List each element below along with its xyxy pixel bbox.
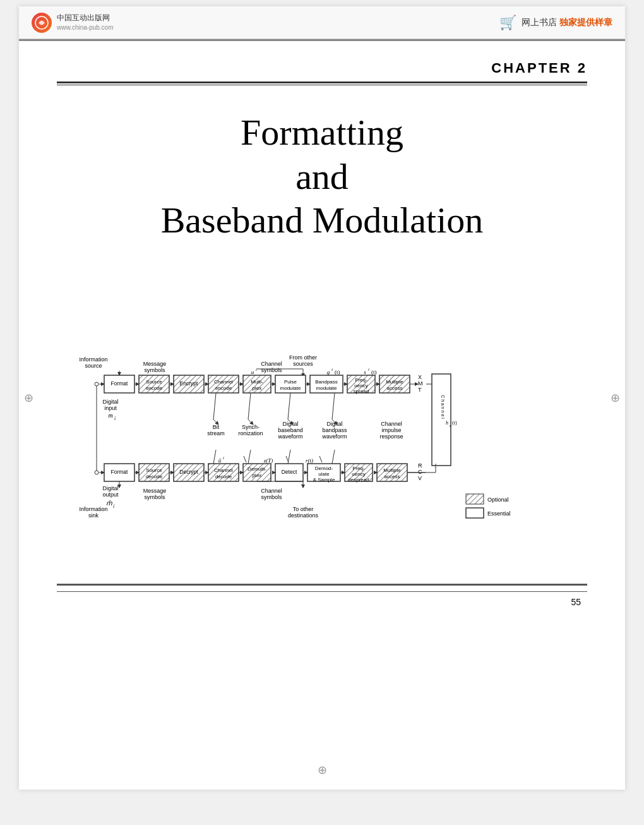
svg-text:i: i xyxy=(223,455,224,461)
zt-label: z(T) xyxy=(263,457,273,464)
svg-text:ronization: ronization xyxy=(238,430,263,437)
x-label: X xyxy=(418,374,422,380)
svg-text:i: i xyxy=(113,503,114,509)
svg-text:Demulti-: Demulti- xyxy=(247,466,266,472)
svg-text:Freq-: Freq- xyxy=(352,466,364,471)
logo-line1: 中国互动出版网 xyxy=(57,13,113,23)
svg-line-97 xyxy=(319,456,322,462)
digital-output-label: Digital xyxy=(102,485,118,491)
svg-text:i: i xyxy=(331,367,333,372)
svg-text:Pulse: Pulse xyxy=(284,379,297,385)
svg-text:sink: sink xyxy=(88,512,99,519)
right-prefix: 网上书店 xyxy=(522,17,559,27)
diagram-container: Information source From other sources Me… xyxy=(57,268,587,571)
essential-label: Essential xyxy=(487,510,511,517)
svg-text:symbols: symbols xyxy=(261,367,282,373)
r-label: R xyxy=(418,462,422,469)
svg-text:Multiple: Multiple xyxy=(383,467,401,473)
svg-text:(t): (t) xyxy=(452,420,457,426)
svg-line-55 xyxy=(213,393,216,419)
title-line3: Baseband Modulation xyxy=(161,200,484,241)
svg-text:plex: plex xyxy=(253,385,262,391)
svg-text:i: i xyxy=(368,367,369,372)
svg-text:access: access xyxy=(387,385,403,391)
svg-text:m: m xyxy=(108,412,112,419)
main-title: Formatting and Baseband Modulation xyxy=(57,111,587,243)
channel-impulse-label: Channel xyxy=(381,421,402,427)
logo-area: 中国互动出版网 www.china-pub.com xyxy=(32,13,113,33)
reg-mark-left: ⊕ xyxy=(24,391,33,405)
svg-text:stream: stream xyxy=(207,430,225,437)
svg-text:spread: spread xyxy=(354,388,369,394)
right-highlight: 独家提供样章 xyxy=(559,17,612,27)
block-diagram: Information source From other sources Me… xyxy=(57,268,587,571)
digital-input-label: Digital xyxy=(102,399,118,405)
svg-text:Multiple: Multiple xyxy=(386,379,403,385)
header-right-text: 网上书店 独家提供样章 xyxy=(522,17,612,28)
svg-text:Format: Format xyxy=(111,469,129,475)
title-section: Formatting and Baseband Modulation xyxy=(57,111,587,243)
svg-text:uency: uency xyxy=(352,471,365,477)
svg-text:waveform: waveform xyxy=(321,433,347,440)
svg-text:c: c xyxy=(450,423,451,428)
svg-text:C h a n n e l: C h a n n e l xyxy=(441,395,445,419)
content-area: CHAPTER 2 Formatting and Baseband Modula… xyxy=(19,41,625,632)
svg-text:Decrypt: Decrypt xyxy=(179,469,198,475)
svg-line-109 xyxy=(213,450,216,464)
svg-text:(t): (t) xyxy=(371,369,377,375)
chapter-heading: CHAPTER 2 xyxy=(57,60,587,76)
chapter-line2 xyxy=(57,85,587,85)
svg-line-112 xyxy=(332,450,335,464)
reg-mark-right: ⊕ xyxy=(611,391,620,405)
svg-text:waveform: waveform xyxy=(277,433,302,440)
legend-essential-box xyxy=(466,508,484,518)
svg-text:bandpass: bandpass xyxy=(322,427,347,433)
svg-text:plex: plex xyxy=(253,473,262,478)
logo-line2: www.china-pub.com xyxy=(57,23,113,32)
ui-label: u xyxy=(251,369,254,375)
si-label: s xyxy=(364,369,366,375)
optional-label: Optional xyxy=(487,497,509,503)
legend-optional-box xyxy=(466,494,484,504)
svg-text:modulate: modulate xyxy=(316,385,337,391)
v-label: V xyxy=(418,475,422,481)
synch-label: Synch- xyxy=(242,424,259,430)
cart-icon: 🛒 xyxy=(499,15,516,31)
page: ⊕ ⊕ 中国互动出版网 www.china-pub.com 🛒 网上书店 独家提… xyxy=(19,6,625,790)
svg-line-61 xyxy=(332,393,335,419)
svg-line-57 xyxy=(248,393,251,419)
input-circle-top xyxy=(95,382,98,386)
svg-text:Demod-: Demod- xyxy=(315,466,333,471)
svg-text:i: i xyxy=(114,416,116,421)
channel-symbols-top: Channel xyxy=(261,361,282,367)
svg-text:& Sample: & Sample xyxy=(313,477,335,483)
svg-text:destinations: destinations xyxy=(288,512,319,519)
svg-text:source: source xyxy=(85,363,102,369)
t-label: T xyxy=(418,387,422,393)
hct-label: h xyxy=(446,420,448,426)
svg-text:Multi-: Multi- xyxy=(251,379,263,385)
svg-text:response: response xyxy=(379,433,403,440)
svg-text:impulse: impulse xyxy=(381,427,401,433)
footer-area: 55 xyxy=(57,584,587,607)
title-line1: Formatting xyxy=(241,112,403,153)
message-symbols-bot: Message xyxy=(143,488,167,494)
svg-text:ulate: ulate xyxy=(318,471,330,477)
svg-text:Source: Source xyxy=(146,467,162,473)
svg-text:baseband: baseband xyxy=(278,427,303,433)
svg-text:Channel: Channel xyxy=(214,467,233,473)
svg-text:Freq-: Freq- xyxy=(355,377,367,383)
info-sink-label: Information xyxy=(79,506,107,512)
channel-symbols-bot: Channel xyxy=(261,488,282,494)
c-label2: C xyxy=(418,469,422,475)
to-other-label: To other xyxy=(293,506,314,512)
input-circle-bottom xyxy=(95,471,98,474)
svg-text:symbols: symbols xyxy=(261,494,282,500)
reg-mark-bottom: ⊕ xyxy=(318,763,327,777)
svg-text:Channel: Channel xyxy=(214,379,233,385)
svg-text:encode: encode xyxy=(215,385,232,391)
svg-line-95 xyxy=(244,456,246,462)
svg-text:symbols: symbols xyxy=(144,367,165,373)
svg-text:output: output xyxy=(102,491,119,498)
svg-text:sources: sources xyxy=(293,361,313,367)
